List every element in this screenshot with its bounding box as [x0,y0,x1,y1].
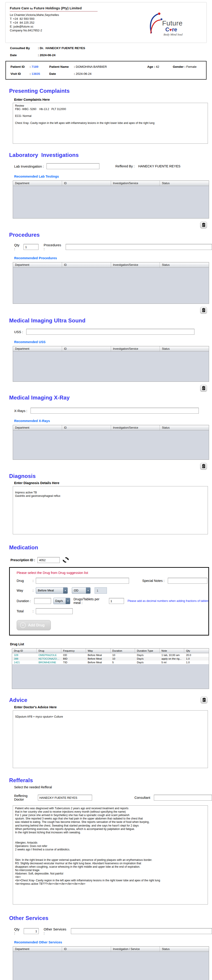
procedures-col-status[interactable]: Status [160,262,209,267]
advice-heading: Advice [9,697,27,703]
uss-col-department[interactable]: Department [13,346,62,351]
medication-heading: Medication [9,544,212,551]
presenting-complaints-heading: Presenting Complaints [9,88,212,94]
company-address: Le Chainter,Victoria,Mahe,Seychelles [10,13,98,17]
header-card: Future Care by Future Holdings (Pty) Lim… [5,2,207,43]
lab-investigation-input[interactable] [47,163,100,169]
delete-procedures-row-button[interactable] [200,307,207,314]
diagnosis-heading: Diagnosis [9,473,212,479]
other-col-status[interactable]: Status [160,947,209,951]
procedures-qty-input[interactable] [24,244,39,250]
uss-col-service[interactable]: Investigation/Service [111,346,160,351]
recommended-uss-link[interactable]: Recommended USS [14,340,212,344]
xray-table: Department ID Investigation/Service Stat… [13,425,209,460]
xray-input[interactable] [31,408,199,414]
procedures-col-id[interactable]: ID [62,262,111,267]
add-drug-label: Add Drug [28,623,45,627]
procedures-qty-label: Qty : [14,243,21,251]
recommended-procedures-link[interactable]: Recommended Procedures [14,256,212,260]
procedures-col-service[interactable]: Investigation/Service [111,262,160,267]
xray-col-service[interactable]: Investigation/Service [111,425,160,430]
patient-id: Patient ID: 7189 [11,65,49,68]
drug-table-row[interactable]: 328 OMEPRAZOLE OD Before Meal 10 Day/s 1… [12,653,209,657]
diagnosis-label: Enter Diagnosis Details Here [14,481,212,485]
drug-suggestion-warning: Please select the Drug from Drug suggess… [17,571,208,574]
recommended-other-services-link[interactable]: Recommended Other Services [14,940,212,944]
other-col-department[interactable]: Department [13,947,62,951]
uss-col-status[interactable]: Status [160,346,209,351]
patient-gender-value: Female [186,65,196,68]
other-services-input[interactable] [71,928,212,934]
other-qty-input[interactable] [24,928,39,934]
drug-col-duration-type[interactable]: Duration Type [135,649,159,653]
procedures-col-department[interactable]: Department [13,262,62,267]
refresh-icon [63,560,69,564]
drug-col-note[interactable]: Note [159,649,184,653]
logo-text: Future C♥re Body Mind Soul [162,6,183,37]
logo-tagline: Body Mind Soul [162,33,183,37]
duration-type-select[interactable]: Day/s▼ [53,598,71,604]
delete-drug-row-button[interactable] [201,697,207,703]
way-select[interactable]: Before Meal▼ [36,587,68,594]
delete-xray-row-button[interactable] [200,463,207,470]
uss-input[interactable] [26,329,194,335]
drug-list-table: Drug ID Drug Fequency Way Duration Durat… [12,648,209,689]
chevron-down-icon: ▼ [63,587,67,593]
visit-date: Date: 2024-06-24 [49,72,147,75]
uss-col-id[interactable]: ID [62,346,111,351]
drug-col-id[interactable]: Drug ID [12,649,37,653]
lab-col-status[interactable]: Status [160,181,209,186]
lab-col-id[interactable]: ID [62,181,111,186]
visit-id: Visit ID: 13835 [11,72,49,75]
other-services-table-body [13,952,209,980]
drug-input[interactable] [36,578,129,584]
delete-uss-row-button[interactable] [200,385,207,392]
drug-table-row[interactable]: 1421 BROMHEXINE TID Before Meal 5 Day/s … [12,660,209,664]
xray-col-department[interactable]: Department [13,425,62,430]
lab-col-department[interactable]: Department [13,181,62,186]
trash-icon [202,223,206,228]
chevron-down-icon: ▼ [86,587,90,593]
other-col-service[interactable]: Investigation / Service [111,947,160,951]
add-drug-button[interactable]: + Add Drug [17,620,51,630]
uss-heading: Medical Imaging Ultra Sound [9,317,212,324]
duration-input[interactable] [34,598,51,604]
xray-label: X-Rays : [14,409,27,413]
lab-col-service[interactable]: Investigation/Service [111,181,160,186]
complaints-textarea[interactable]: Review FBC- WBC- 5260 Hb-13.2 PLT 312000… [13,103,208,144]
refresh-prescription-button[interactable] [63,557,69,563]
prescription-id-input[interactable] [37,557,60,563]
logo-mark-icon [146,6,164,40]
logo-word-care: C♥re [162,27,183,32]
drug-col-frequency[interactable]: Fequency [61,649,86,653]
consultant-input[interactable] [154,795,212,800]
drug-col-drug[interactable]: Drug [37,649,61,653]
frequency-select[interactable]: OD▼ [72,587,90,594]
drug-col-qty[interactable]: Qty [184,649,209,653]
plus-circle-icon: + [20,622,26,628]
drug-col-way[interactable]: Way [86,649,111,653]
delete-lab-row-button[interactable] [200,222,207,229]
xray-col-status[interactable]: Status [160,425,209,430]
uss-label: USS : [14,330,23,334]
frequency-qty-input [95,587,107,594]
total-input[interactable] [36,608,73,614]
per-meal-input[interactable] [109,598,124,604]
drug-table-row[interactable]: 388 KETOCONAZOLE BID Before Meal 10 Day/… [12,657,209,660]
procedures-input[interactable] [66,244,212,250]
referral-notes-textarea[interactable]: Patient who was diagnosed with Tuberculo… [13,805,208,905]
drug-col-duration[interactable]: Duration [111,649,135,653]
diagnosis-textarea[interactable]: Impress active TB Gastritis and gastroes… [13,486,208,535]
xray-col-id[interactable]: ID [62,425,111,430]
other-col-id[interactable]: ID [62,947,111,951]
consultation-page: Future Care by Future Holdings (Pty) Lim… [0,2,212,980]
consult-date-value: 2024-06-24 [39,53,56,57]
patient-gender: Gender : Female [173,65,201,68]
lab-table: Department ID Investigation/Service Stat… [13,181,209,218]
recommended-lab-testings-link[interactable]: Recommended Lab Testings [14,175,212,178]
reffering-doctor-input[interactable] [38,795,92,800]
way-label: Way [17,589,32,592]
recommended-xrays-link[interactable]: Recommended X-Rays [14,419,212,423]
advice-textarea[interactable]: SDputum AFB + myco sputum+ Culture [13,710,208,768]
special-notes-input[interactable] [168,578,207,584]
